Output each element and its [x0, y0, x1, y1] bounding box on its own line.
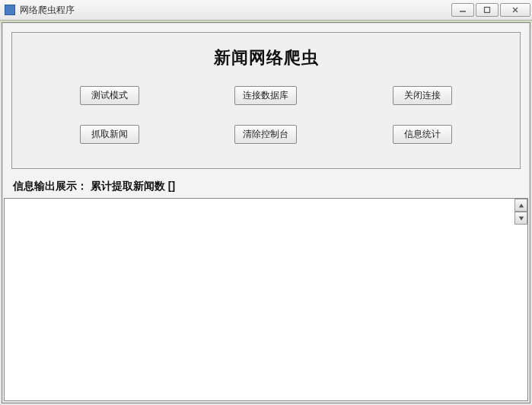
minimize-button[interactable] — [451, 3, 474, 17]
output-textarea[interactable] — [4, 198, 528, 401]
window-body: 新闻网络爬虫 测试模式 连接数据库 关闭连接 抓取新闻 清除控制台 信息统计 信… — [2, 22, 530, 403]
page-title: 新闻网络爬虫 — [20, 46, 512, 69]
svg-rect-1 — [485, 8, 490, 13]
app-icon — [5, 5, 15, 15]
control-panel: 新闻网络爬虫 测试模式 连接数据库 关闭连接 抓取新闻 清除控制台 信息统计 — [11, 32, 521, 169]
button-grid: 测试模式 连接数据库 关闭连接 抓取新闻 清除控制台 信息统计 — [20, 86, 512, 144]
scroll-up-button[interactable] — [514, 199, 527, 212]
svg-marker-5 — [518, 216, 523, 220]
clear-console-button[interactable]: 清除控制台 — [234, 125, 297, 144]
connect-db-button[interactable]: 连接数据库 — [234, 86, 297, 105]
close-connection-button[interactable]: 关闭连接 — [393, 86, 452, 105]
scroll-controls-top — [514, 199, 527, 225]
scroll-down-button[interactable] — [514, 212, 527, 225]
output-label-count: 累计提取新闻数 — [91, 180, 165, 192]
stats-button[interactable]: 信息统计 — [393, 125, 452, 144]
window-title: 网络爬虫程序 — [20, 4, 75, 17]
output-label-prefix: 信息输出展示： — [13, 180, 88, 192]
maximize-button[interactable] — [476, 3, 499, 17]
output-count-value: [] — [168, 180, 175, 192]
window-controls — [450, 3, 530, 17]
titlebar: 网络爬虫程序 — [0, 0, 532, 21]
close-button[interactable] — [500, 3, 530, 17]
test-mode-button[interactable]: 测试模式 — [80, 86, 139, 105]
svg-marker-4 — [518, 203, 523, 207]
titlebar-left: 网络爬虫程序 — [5, 4, 75, 17]
output-label: 信息输出展示： 累计提取新闻数 [] — [2, 175, 530, 196]
fetch-news-button[interactable]: 抓取新闻 — [80, 125, 139, 144]
